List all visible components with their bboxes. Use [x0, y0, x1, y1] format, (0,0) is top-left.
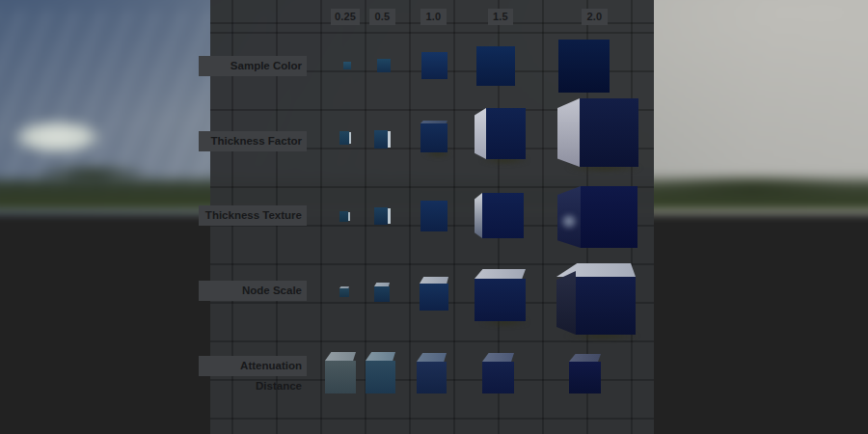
cube-sample-color-0.5 — [377, 59, 391, 72]
cube-node-scale-0.5 — [374, 283, 390, 302]
cube-front-face — [581, 186, 637, 248]
cube-front-face — [343, 62, 351, 69]
cube-front-face — [486, 108, 526, 159]
cube-thickness-factor-1.0 — [420, 121, 448, 152]
cube-sample-color-1.0 — [421, 52, 448, 79]
cube-front-face — [476, 46, 515, 86]
row-label-attenuation-distance: Attenuation Distance — [199, 356, 307, 376]
cube-front-face — [482, 362, 514, 393]
column-header-0.25: 0.25 — [331, 9, 360, 25]
cube-front-face — [558, 40, 610, 93]
cube-left-face — [475, 193, 482, 238]
cube-front-face — [576, 277, 636, 335]
cube-front-face — [420, 284, 448, 311]
cube-left-face — [556, 271, 576, 335]
cube-attenuation-distance-1.0 — [417, 353, 447, 393]
cube-sample-color-2.0 — [558, 40, 610, 93]
cube-top-face — [475, 269, 526, 279]
cube-thickness-texture-2.0 — [557, 186, 637, 248]
cube-thickness-factor-0.25 — [339, 131, 351, 145]
cube-thickness-texture-1.5 — [475, 193, 524, 238]
cube-attenuation-distance-2.0 — [569, 354, 601, 393]
cube-left-face — [557, 98, 580, 167]
cube-front-face — [421, 52, 448, 79]
cube-top-face — [366, 352, 395, 361]
cube-thickness-texture-0.5 — [374, 207, 391, 225]
row-label-node-scale: Node Scale — [199, 281, 307, 301]
cube-right-face — [348, 212, 350, 221]
column-header-1.5: 1.5 — [488, 9, 513, 25]
cube-left-face — [475, 108, 486, 159]
cube-node-scale-1.5 — [475, 269, 526, 321]
cube-sample-color-0.25 — [343, 62, 351, 69]
column-header-2.0: 2.0 — [582, 9, 608, 25]
cube-attenuation-distance-0.25 — [325, 352, 356, 393]
cube-front-face — [339, 131, 349, 145]
cube-right-face — [388, 208, 391, 224]
cube-front-face — [339, 211, 348, 222]
cube-right-face — [388, 131, 391, 148]
screenshot-root: 0.250.51.01.52.0 Sample ColorThickness F… — [0, 0, 868, 434]
cube-front-face — [475, 279, 526, 321]
row-label-sample-color: Sample Color — [199, 56, 307, 76]
cube-front-face — [374, 207, 388, 225]
cube-right-face — [349, 132, 351, 144]
cube-front-face — [377, 59, 391, 72]
cube-thickness-factor-1.5 — [475, 108, 526, 159]
cube-thickness-texture-1.0 — [420, 201, 448, 231]
cube-thickness-factor-2.0 — [557, 98, 638, 167]
column-header-1.0: 1.0 — [420, 9, 447, 25]
cube-top-face — [569, 354, 601, 362]
scene-overlay: 0.250.51.01.52.0 Sample ColorThickness F… — [0, 0, 868, 434]
cube-front-face — [339, 288, 349, 297]
cube-top-face — [325, 352, 356, 361]
cube-thickness-factor-0.5 — [374, 130, 391, 149]
row-label-thickness-factor: Thickness Factor — [199, 131, 307, 151]
cube-front-face — [366, 361, 395, 393]
cube-front-face — [420, 123, 448, 152]
cube-front-face — [417, 362, 447, 393]
cube-front-face — [374, 130, 388, 149]
cube-top-face — [482, 353, 514, 362]
cube-sample-color-1.5 — [476, 46, 515, 86]
cube-thickness-texture-0.25 — [339, 211, 350, 222]
cube-top-face — [420, 277, 448, 284]
cube-top-face — [417, 353, 447, 362]
cube-node-scale-1.0 — [420, 277, 448, 311]
cube-node-scale-0.25 — [339, 286, 349, 297]
cube-node-scale-2.0 — [556, 263, 636, 335]
cube-front-face — [580, 98, 638, 167]
column-header-0.5: 0.5 — [369, 9, 395, 25]
cube-front-face — [420, 201, 448, 231]
cube-front-face — [482, 193, 524, 238]
translucency-patch — [559, 212, 579, 231]
row-label-thickness-texture: Thickness Texture — [199, 205, 307, 226]
cube-front-face — [374, 286, 390, 302]
cube-front-face — [325, 361, 356, 393]
cube-attenuation-distance-1.5 — [482, 353, 514, 393]
cube-front-face — [569, 362, 601, 393]
cube-attenuation-distance-0.5 — [366, 352, 395, 393]
